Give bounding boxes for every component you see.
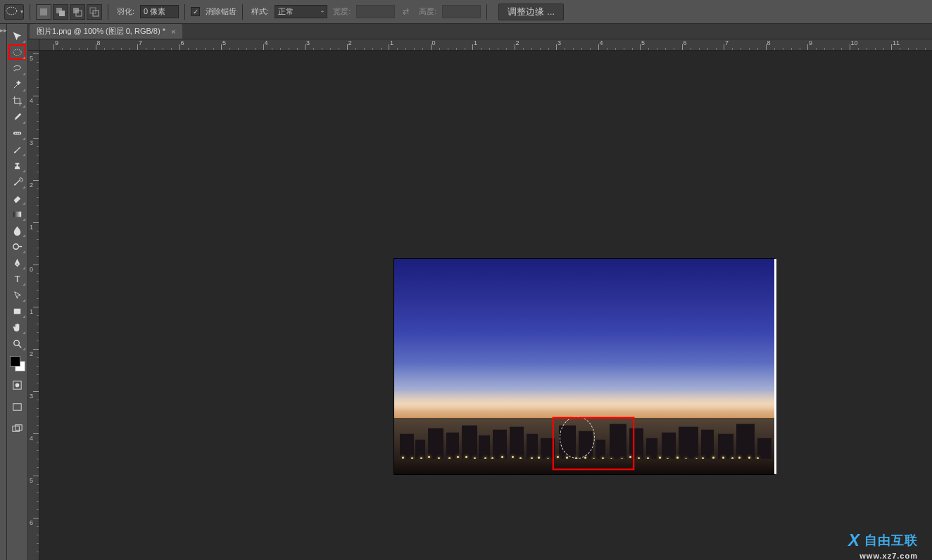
- svg-text:T: T: [14, 274, 20, 284]
- svg-point-12: [18, 132, 20, 134]
- eraser-tool[interactable]: [8, 190, 26, 205]
- pen-tool[interactable]: [8, 255, 26, 270]
- screen-mode-toggle[interactable]: [8, 399, 26, 414]
- selection-add[interactable]: [53, 4, 68, 20]
- crop-tool[interactable]: [8, 93, 26, 108]
- swap-wh-icon: ⇄: [398, 4, 413, 20]
- dodge-tool[interactable]: [8, 238, 26, 254]
- style-select[interactable]: 正常÷: [275, 5, 327, 18]
- type-tool[interactable]: T: [8, 271, 26, 286]
- image-document: [394, 259, 774, 474]
- hand-tool[interactable]: [8, 319, 26, 335]
- vertical-ruler[interactable]: 543210123456: [28, 51, 39, 560]
- quick-mask-toggle[interactable]: [8, 377, 26, 393]
- svg-rect-17: [14, 308, 20, 314]
- antialias-label: 消除锯齿: [206, 6, 237, 17]
- svg-rect-22: [13, 426, 19, 431]
- selection-new[interactable]: [36, 4, 51, 20]
- move-tool[interactable]: [8, 28, 26, 44]
- document-tab[interactable]: 图片1.png @ 100% (图层 0, RGB/8) * ×: [30, 24, 182, 39]
- options-bar: ▾ 羽化: 消除锯齿 样式: 正常÷ 宽度: ⇄ 高度: 调整边缘 ...: [0, 0, 932, 24]
- height-input: [442, 5, 481, 18]
- annotation-highlight: [553, 417, 634, 470]
- eyedropper-tool[interactable]: [8, 109, 26, 125]
- watermark-icon: X: [848, 530, 860, 550]
- refine-edge-button[interactable]: 调整边缘 ...: [498, 4, 564, 20]
- blur-tool[interactable]: [8, 222, 26, 238]
- svg-point-20: [15, 383, 20, 387]
- height-label: 高度:: [419, 6, 436, 17]
- healing-brush-tool[interactable]: [8, 125, 26, 141]
- selection-intersect[interactable]: [87, 4, 102, 20]
- color-swatches[interactable]: [10, 356, 25, 371]
- watermark: X 自由互联 www.xz7.com: [848, 530, 918, 550]
- side-panel-collapse[interactable]: ▸▸: [0, 24, 7, 560]
- document-tabs: 图片1.png @ 100% (图层 0, RGB/8) * ×: [28, 24, 932, 39]
- path-selection-tool[interactable]: [8, 287, 26, 303]
- svg-point-15: [17, 263, 18, 265]
- svg-point-18: [14, 340, 20, 345]
- tab-close-icon[interactable]: ×: [171, 27, 175, 36]
- toolbox: T: [7, 24, 28, 560]
- svg-rect-23: [15, 424, 22, 430]
- lasso-tool[interactable]: [8, 61, 26, 76]
- elliptical-marquee-tool[interactable]: [8, 44, 26, 60]
- selection-mode-group: [36, 4, 102, 20]
- svg-rect-1: [40, 8, 47, 15]
- svg-rect-21: [13, 403, 21, 409]
- history-brush-tool[interactable]: [8, 174, 26, 189]
- width-label: 宽度:: [333, 6, 351, 17]
- svg-point-11: [17, 132, 18, 134]
- magic-wand-tool[interactable]: [8, 77, 26, 92]
- ruler-origin[interactable]: [28, 39, 39, 51]
- gradient-tool[interactable]: [8, 206, 26, 222]
- shape-tool[interactable]: [8, 303, 26, 319]
- canvas[interactable]: [39, 51, 932, 560]
- zoom-tool[interactable]: [8, 336, 26, 351]
- tool-preset-dropdown[interactable]: ▾: [4, 4, 24, 20]
- style-label: 样式:: [251, 6, 269, 17]
- feather-label: 羽化:: [117, 6, 134, 17]
- antialias-checkbox[interactable]: [191, 7, 200, 16]
- svg-rect-3: [59, 11, 65, 16]
- svg-rect-13: [13, 211, 21, 217]
- feather-input[interactable]: [140, 5, 179, 18]
- brush-tool[interactable]: [8, 141, 26, 157]
- svg-point-10: [15, 132, 16, 134]
- svg-point-8: [13, 49, 21, 56]
- clone-stamp-tool[interactable]: [8, 158, 26, 173]
- svg-point-14: [13, 243, 19, 249]
- tab-title: 图片1.png @ 100% (图层 0, RGB/8) *: [37, 26, 165, 37]
- svg-point-0: [6, 7, 17, 15]
- screen-mode-menu[interactable]: [8, 421, 26, 436]
- width-input: [356, 5, 395, 18]
- selection-subtract[interactable]: [70, 4, 85, 20]
- horizontal-ruler[interactable]: 9876543210123456789101112: [39, 39, 932, 51]
